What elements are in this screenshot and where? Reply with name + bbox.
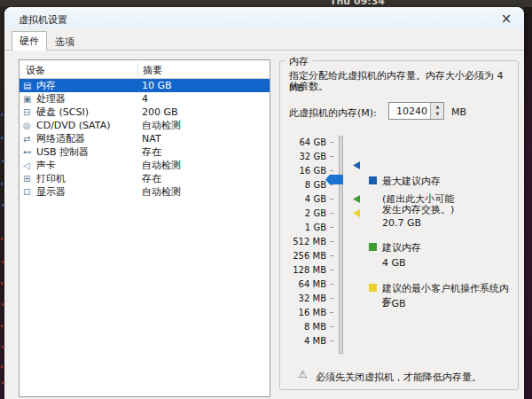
device-summary: 200 GB — [142, 106, 178, 119]
device-label: 网络适配器 — [36, 132, 85, 145]
table-row-sound-card[interactable]: ◁ 声卡 自动检测 — [20, 159, 270, 172]
device-summary: 自动检测 — [142, 185, 181, 199]
device-label: 处理器 — [36, 92, 66, 106]
device-label: 声卡 — [36, 159, 56, 172]
scale-label: 512 MB — [280, 237, 326, 246]
network-icon: ⇄ — [23, 132, 35, 145]
scale-label: 16 MB — [280, 308, 326, 317]
minimum-memory-legend-swatch — [369, 284, 377, 292]
warning-icon: ⚠ — [298, 368, 308, 380]
table-row-network-adapter[interactable]: ⇄ 网络适配器 NAT — [20, 132, 270, 145]
scale-label: 4 GB — [280, 194, 326, 204]
device-label: USB 控制器 — [36, 145, 89, 159]
speaker-icon: ◁ — [23, 159, 35, 172]
device-summary: 存在 — [142, 172, 161, 185]
dialog-titlebar[interactable]: 虚拟机设置 × — [4, 7, 524, 30]
tab-hardware[interactable]: 硬件 — [12, 31, 47, 51]
warning-message: 必须先关闭虚拟机，才能降低内存量。 — [316, 371, 481, 384]
scale-label: 32 MB — [280, 293, 326, 303]
device-label: 硬盘 (SCSI) — [36, 106, 89, 119]
recommended-memory-value: 4 GB — [382, 257, 406, 269]
device-label: 显示器 — [36, 185, 66, 199]
table-row-processors[interactable]: ▣ 处理器 4 — [20, 92, 270, 106]
recommended-memory-legend-title: 建议内存 — [382, 241, 421, 254]
scale-label: 4 MB — [280, 336, 326, 346]
scale-label: 32 GB — [280, 152, 326, 161]
device-summary: 自动检测 — [142, 119, 181, 132]
cpu-icon: ▣ — [23, 92, 35, 106]
device-summary: 10 GB — [142, 79, 172, 92]
device-summary: 4 — [142, 92, 148, 106]
scale-label: 1 GB — [280, 223, 326, 232]
max-memory-legend-note2: 发生内存交换。) — [382, 203, 454, 216]
scale-label: 256 MB — [280, 251, 326, 261]
device-table-header: 设备 摘要 — [20, 60, 270, 79]
table-row-printer[interactable]: ⊞ 打印机 存在 — [20, 172, 270, 185]
minimum-memory-marker — [353, 209, 360, 217]
max-memory-legend-title: 最大建议内存 — [382, 175, 441, 188]
memory-description-line2: 的倍数。 — [289, 80, 328, 93]
memory-group-label: 内存 — [286, 55, 312, 68]
device-label: 打印机 — [36, 172, 66, 185]
table-row-usb-controller[interactable]: ⊷ USB 控制器 存在 — [20, 145, 270, 159]
spinner-down-icon[interactable]: ▼ — [431, 111, 444, 119]
device-summary: NAT — [142, 132, 161, 145]
memory-slider-track[interactable] — [339, 136, 343, 354]
device-table: 设备 摘要 ▤ 内存 10 GB ▣ 处理器 4 ⊟ 硬盘 (SCSI) 200… — [19, 59, 270, 397]
usb-icon: ⊷ — [23, 145, 35, 159]
scale-label: 128 MB — [280, 265, 326, 275]
system-top-bar: Thu 09:34 — [0, 0, 532, 7]
hard-disk-icon: ⊟ — [23, 106, 35, 119]
recommended-memory-marker — [353, 195, 360, 203]
device-summary: 自动检测 — [142, 159, 181, 172]
desktop-wallpaper-strip — [524, 0, 532, 399]
table-row-memory[interactable]: ▤ 内存 10 GB — [20, 79, 270, 92]
memory-unit-label: MB — [451, 106, 466, 118]
cd-dvd-icon: ◎ — [23, 119, 35, 132]
scale-label: 2 GB — [280, 208, 326, 218]
monitor-icon: ⊡ — [23, 185, 35, 199]
device-summary: 存在 — [142, 145, 161, 159]
table-row-hard-disk[interactable]: ⊟ 硬盘 (SCSI) 200 GB — [20, 106, 270, 119]
memory-settings-panel: 内存 指定分配给此虚拟机的内存量。内存大小必须为 4 MB 的倍数。 此虚拟机的… — [279, 60, 519, 390]
memory-field-label: 此虚拟机的内存(M): — [289, 106, 377, 120]
scale-label: 8 MB — [280, 322, 326, 332]
memory-spinner: ▲ ▼ — [430, 103, 443, 119]
memory-value-input[interactable]: 10240 ▲ ▼ — [388, 102, 444, 120]
printer-icon: ⊞ — [23, 172, 35, 185]
recommended-memory-legend-swatch — [369, 243, 377, 251]
scale-label: 64 MB — [280, 279, 326, 289]
scale-label: 8 GB — [280, 180, 326, 190]
max-memory-value: 20.7 GB — [382, 217, 421, 229]
close-icon[interactable]: × — [497, 10, 515, 27]
dialog-title: 虚拟机设置 — [19, 13, 67, 27]
background-window-sliver — [1, 113, 3, 116]
device-label: 内存 — [36, 79, 56, 92]
tab-divider — [4, 50, 524, 51]
scale-ticks — [330, 142, 333, 346]
memory-value[interactable]: 10240 — [396, 106, 427, 117]
minimum-memory-value: 2 GB — [382, 298, 406, 309]
device-rows: ▤ 内存 10 GB ▣ 处理器 4 ⊟ 硬盘 (SCSI) 200 GB ◎ … — [20, 79, 270, 199]
tab-options[interactable]: 选项 — [47, 33, 82, 51]
memory-icon: ▤ — [23, 79, 35, 92]
column-header-device: 设备 — [26, 64, 45, 77]
scale-label: 64 GB — [280, 137, 326, 147]
table-row-display[interactable]: ⊡ 显示器 自动检测 — [20, 185, 270, 199]
system-clock: Thu 09:34 — [330, 0, 385, 7]
device-label: CD/DVD (SATA) — [36, 119, 110, 132]
desktop-background: Thu 09:34 虚拟机设置 × 硬件 选项 设备 摘要 ▤ 内存 10 GB… — [0, 0, 532, 399]
max-memory-marker — [353, 161, 360, 169]
table-row-cd-dvd[interactable]: ◎ CD/DVD (SATA) 自动检测 — [20, 119, 270, 132]
memory-slider-handle[interactable] — [325, 175, 343, 184]
column-header-summary: 摘要 — [137, 64, 162, 77]
vm-settings-dialog: 虚拟机设置 × 硬件 选项 设备 摘要 ▤ 内存 10 GB ▣ 处理器 4 — [4, 7, 524, 399]
scale-label: 16 GB — [280, 166, 326, 176]
max-memory-legend-swatch — [369, 176, 377, 184]
